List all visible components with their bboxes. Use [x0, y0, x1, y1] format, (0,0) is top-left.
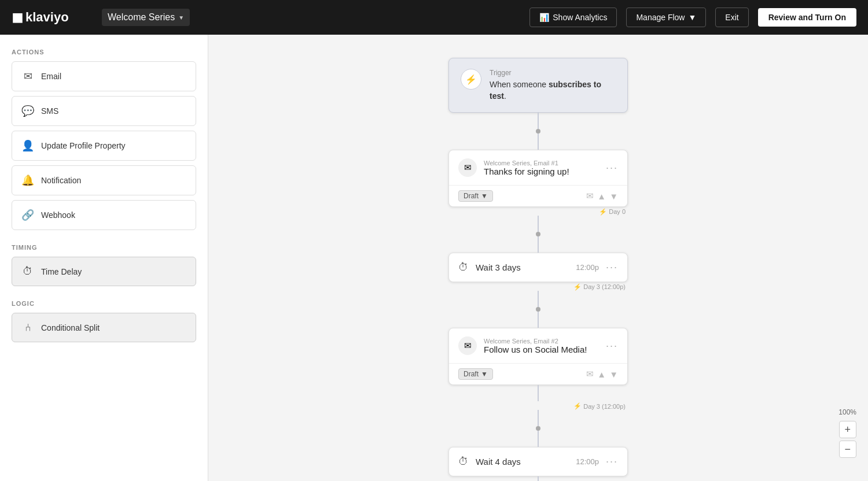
- day-label-2-text: Day 3 (12:00p): [583, 403, 626, 410]
- email-2-footer-actions: ✉ ▲ ▼: [586, 369, 618, 379]
- sidebar-item-sms[interactable]: 💬 SMS: [12, 96, 196, 126]
- connector-2: [536, 216, 540, 253]
- connector-line-5: [538, 476, 539, 481]
- review-turn-on-button[interactable]: Review and Turn On: [758, 8, 856, 27]
- logic-section-title: LOGIC: [12, 300, 196, 307]
- connector-line-3b: [538, 312, 539, 328]
- flow-container: ⚡ Trigger When someone subscribes to tes…: [220, 58, 856, 481]
- connector-5: [536, 476, 540, 481]
- flow-title-button[interactable]: Welcome Series ▼: [102, 9, 190, 26]
- sidebar-item-notification-label: Notification: [41, 176, 81, 185]
- wait-2-more-icon[interactable]: ···: [606, 456, 618, 468]
- sidebar-item-conditional-split[interactable]: ⑃ Conditional Split: [12, 313, 196, 342]
- sidebar-item-notification[interactable]: 🔔 Notification: [12, 165, 196, 195]
- connector-line-4b: [538, 410, 539, 426]
- email-2-series-label: Welcome Series, Email #2: [484, 338, 599, 345]
- wait-node-1[interactable]: ⏱ Wait 3 days 12:00p ···: [448, 253, 628, 282]
- day-label-0: ⚡ Day 0: [448, 208, 628, 216]
- sidebar-item-update-profile[interactable]: 👤 Update Profile Property: [12, 131, 196, 161]
- wait-1-more-icon[interactable]: ···: [606, 261, 618, 273]
- connector-dot-1: [536, 129, 540, 134]
- wait-1-content: ⏱ Wait 3 days 12:00p ···: [449, 253, 627, 282]
- trigger-desc-prefix: When someone: [490, 80, 549, 89]
- wait-1-time: 12:00p: [576, 263, 599, 272]
- wait-2-label: Wait 4 days: [476, 457, 569, 467]
- sidebar-item-sms-label: SMS: [41, 106, 58, 116]
- email-up-icon[interactable]: ▲: [597, 191, 606, 201]
- sidebar-item-email[interactable]: ✉ Email: [12, 61, 196, 91]
- email-2-filter-icon[interactable]: ▼: [609, 369, 618, 379]
- zoom-controls: 100% + −: [838, 408, 856, 458]
- day-label-1: ⚡ Day 3 (12:00p): [448, 283, 628, 291]
- email-node-1-title: Welcome Series, Email #1 Thanks for sign…: [484, 160, 599, 176]
- sidebar-item-update-profile-label: Update Profile Property: [41, 141, 126, 150]
- trigger-icon-wrap: ⚡: [461, 69, 481, 90]
- connector-dot-2: [536, 232, 540, 236]
- email-2-up-icon[interactable]: ▲: [597, 369, 606, 379]
- clock-icon: ⏱: [21, 265, 34, 278]
- email-1-footer: Draft ▼ ✉ ▲ ▼: [449, 185, 627, 206]
- exit-button[interactable]: Exit: [715, 8, 748, 27]
- manage-label: Manage Flow: [636, 13, 685, 22]
- connector-line-2: [538, 216, 539, 232]
- logo-text: klaviyo: [25, 10, 69, 25]
- zoom-in-button[interactable]: +: [839, 421, 856, 438]
- zoom-out-button[interactable]: −: [839, 441, 856, 458]
- sidebar: ACTIONS ✉ Email 💬 SMS 👤 Update Profile P…: [0, 35, 208, 481]
- zoom-level: 100%: [838, 408, 856, 416]
- flow-canvas[interactable]: ⚡ Trigger When someone subscribes to tes…: [208, 35, 868, 481]
- analytics-chart-icon: 📊: [539, 13, 549, 22]
- email-node-2-wrapper: ✉ Welcome Series, Email #2 Follow us on …: [448, 328, 628, 385]
- top-navigation: ◼ klaviyo Welcome Series ▼ 📊 Show Analyt…: [0, 0, 868, 35]
- email-node-1-wrapper: ✉ Welcome Series, Email #1 Thanks for si…: [448, 150, 628, 216]
- connector-line-4c: [538, 431, 539, 447]
- email-icon: ✉: [21, 70, 34, 83]
- email-node-2-header: ✉ Welcome Series, Email #2 Follow us on …: [449, 328, 627, 363]
- email-node-1-header: ✉ Welcome Series, Email #1 Thanks for si…: [449, 150, 627, 185]
- lightning-icon: ⚡: [465, 74, 477, 85]
- show-analytics-button[interactable]: 📊 Show Analytics: [529, 8, 617, 27]
- email-icon-2: ✉: [458, 336, 477, 355]
- email-1-status: Draft: [464, 192, 479, 200]
- trigger-description: When someone subscribes to test.: [490, 79, 616, 102]
- split-icon: ⑃: [21, 321, 34, 334]
- sidebar-item-webhook-label: Webhook: [41, 210, 75, 220]
- email-icon-1: ✉: [458, 158, 477, 177]
- trigger-desc-suffix: .: [504, 91, 506, 101]
- trigger-node[interactable]: ⚡ Trigger When someone subscribes to tes…: [448, 58, 628, 113]
- email-node-1[interactable]: ✉ Welcome Series, Email #1 Thanks for si…: [448, 150, 628, 207]
- email-node-2-title: Welcome Series, Email #2 Follow us on So…: [484, 338, 599, 354]
- email-1-draft-badge[interactable]: Draft ▼: [458, 190, 493, 202]
- day-label-0-text: ⚡ Day 0: [599, 208, 626, 216]
- wait-2-time: 12:00p: [576, 457, 599, 466]
- email-node-2[interactable]: ✉ Welcome Series, Email #2 Follow us on …: [448, 328, 628, 385]
- main-layout: ACTIONS ✉ Email 💬 SMS 👤 Update Profile P…: [0, 35, 868, 481]
- sidebar-item-time-delay[interactable]: ⏱ Time Delay: [12, 257, 196, 286]
- review-label: Review and Turn On: [768, 13, 846, 22]
- trigger-text: Trigger When someone subscribes to test.: [490, 69, 616, 102]
- trigger-label: Trigger: [490, 69, 616, 77]
- day-label-2-icon: ⚡: [573, 402, 582, 410]
- email-2-draft-badge[interactable]: Draft ▼: [458, 368, 493, 380]
- email-filter-icon[interactable]: ▼: [609, 191, 618, 201]
- email-1-series-label: Welcome Series, Email #1: [484, 160, 599, 166]
- day-label-1-text: ⚡ Day 3 (12:00p): [573, 283, 626, 291]
- wait-node-1-wrapper: ⏱ Wait 3 days 12:00p ··· ⚡ Day 3 (12:00p…: [448, 253, 628, 291]
- webhook-icon: 🔗: [21, 209, 34, 221]
- sidebar-item-webhook[interactable]: 🔗 Webhook: [12, 200, 196, 230]
- email-2-status: Draft: [464, 370, 479, 378]
- email-2-preview-icon[interactable]: ✉: [586, 369, 594, 379]
- email-preview-icon[interactable]: ✉: [586, 191, 594, 201]
- wait-2-content: ⏱ Wait 4 days 12:00p ···: [449, 447, 627, 476]
- manage-flow-button[interactable]: Manage Flow ▼: [626, 8, 706, 27]
- email-2-more-icon[interactable]: ···: [606, 340, 618, 352]
- wait-node-2[interactable]: ⏱ Wait 4 days 12:00p ···: [448, 447, 628, 476]
- email-1-more-icon[interactable]: ···: [606, 162, 618, 174]
- connector-dot-4: [536, 426, 540, 431]
- sidebar-item-time-delay-label: Time Delay: [41, 267, 82, 276]
- wait-1-clock-icon: ⏱: [458, 261, 469, 273]
- wait-2-clock-icon: ⏱: [458, 456, 469, 468]
- connector-line-1b: [538, 134, 539, 150]
- email-1-status-caret: ▼: [481, 192, 488, 200]
- day-label-2: ⚡ Day 3 (12:00p): [448, 402, 628, 410]
